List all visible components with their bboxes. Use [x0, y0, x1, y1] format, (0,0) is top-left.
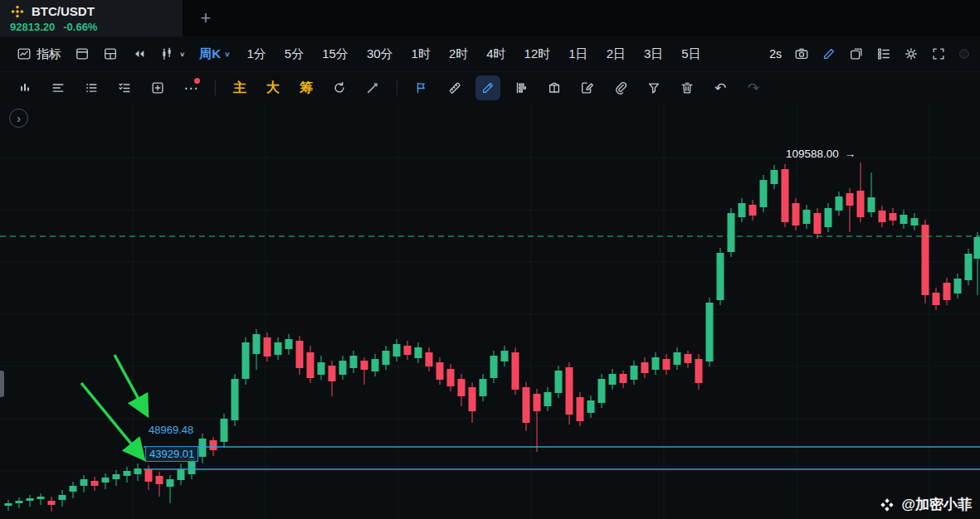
undo-icon[interactable]: ↶	[704, 75, 737, 100]
watermark: @加密小菲	[880, 495, 972, 514]
undo-glyph: ↶	[714, 81, 726, 95]
object-tree-icon[interactable]	[876, 46, 891, 61]
drawing-toolbar: ⋯ 主 大 筹	[0, 72, 980, 104]
volume-profile-icon[interactable]	[505, 75, 538, 100]
support-level-1-label[interactable]: 48969.48	[149, 424, 193, 436]
main-toolbar: 指标 ∨	[0, 36, 980, 72]
redo-glyph: ↷	[748, 81, 759, 95]
object-tree-glyph	[876, 46, 891, 61]
camera-icon[interactable]	[794, 46, 809, 61]
rewind-glyph	[131, 46, 146, 61]
checklist-icon[interactable]	[108, 75, 141, 100]
trend-cursor-glyph	[365, 80, 380, 95]
timeframe-5d[interactable]: 5日	[672, 46, 709, 62]
interval-selector[interactable]: 周K ∨	[192, 46, 237, 62]
add-panel-icon[interactable]	[141, 75, 174, 100]
refresh-glyph	[332, 80, 347, 95]
list-glyph	[84, 80, 99, 95]
timeframe-4h[interactable]: 4时	[477, 46, 514, 62]
timeframe-5min[interactable]: 5分	[275, 46, 313, 62]
ruler-icon[interactable]	[438, 75, 471, 100]
ruler-glyph	[447, 80, 462, 95]
trading-app: BTC/USDT 92813.20 -0.66% + 指标	[0, 0, 980, 104]
symbol-change: -0.66%	[63, 21, 97, 33]
large-view-tool-label: 大	[266, 80, 280, 97]
fullscreen-icon[interactable]	[931, 46, 946, 61]
timeframe-1h[interactable]: 1时	[402, 46, 440, 62]
timeframe-1d[interactable]: 1日	[559, 46, 597, 62]
candle-style-caret: ∨	[179, 51, 185, 58]
note-icon[interactable]	[571, 75, 604, 100]
settings-gear-icon[interactable]	[904, 46, 919, 61]
tab-bar: BTC/USDT 92813.20 -0.66% +	[0, 0, 980, 36]
bars-pattern-icon[interactable]	[8, 75, 41, 100]
expand-panel-chevron[interactable]: ›	[9, 109, 28, 128]
indicators-label: 指标	[37, 46, 61, 62]
fullscreen-glyph	[931, 46, 946, 61]
toolbar-divider	[215, 80, 216, 95]
flag-icon[interactable]	[405, 75, 438, 100]
timeframe-15min[interactable]: 15分	[313, 46, 358, 62]
volume-profile-glyph	[514, 80, 529, 95]
timeframe-1min[interactable]: 1分	[238, 46, 275, 62]
large-view-tool[interactable]: 大	[256, 75, 290, 100]
popout-icon[interactable]	[849, 46, 864, 61]
template-glyph	[75, 46, 90, 61]
template-icon[interactable]	[68, 41, 96, 66]
funnel-icon[interactable]	[637, 75, 670, 100]
box-icon[interactable]	[538, 75, 571, 100]
trash-glyph	[680, 80, 695, 95]
candle-style-icon[interactable]: ∨	[153, 41, 192, 66]
main-chart-tool[interactable]: 主	[223, 75, 256, 100]
notification-dot	[194, 78, 200, 84]
brush-glyph	[480, 80, 495, 95]
note-glyph	[580, 80, 595, 95]
indicators-button[interactable]: 指标	[10, 41, 68, 66]
draw-pencil-glyph	[822, 46, 836, 61]
active-tool-highlight	[475, 75, 500, 100]
timeframe-30min[interactable]: 30分	[358, 46, 402, 62]
main-toolbar-left: 指标 ∨	[10, 41, 769, 66]
funnel-glyph	[646, 80, 661, 95]
timeframe-12h[interactable]: 12时	[515, 46, 560, 62]
trash-icon[interactable]	[670, 75, 704, 100]
camera-glyph	[794, 46, 809, 61]
align-lines-glyph	[51, 80, 66, 95]
timeframe-2h[interactable]: 2时	[440, 46, 477, 62]
new-tab-button[interactable]: +	[183, 0, 229, 36]
watermark-text: @加密小菲	[901, 495, 972, 514]
left-scrollbar-handle[interactable]	[0, 371, 4, 397]
refresh-icon[interactable]	[323, 75, 356, 100]
align-lines-icon[interactable]	[41, 75, 75, 100]
draw-pencil-icon[interactable]	[822, 46, 836, 61]
symbol-price: 92813.20	[10, 21, 55, 33]
chart-area[interactable]: › 109588.00 → 48969.48 43929.01 @加密小菲	[0, 104, 980, 519]
indicators-icon	[17, 46, 32, 61]
brush-icon[interactable]	[471, 75, 505, 100]
popout-glyph	[849, 46, 864, 61]
bars-pattern-glyph	[17, 80, 32, 95]
add-panel-glyph	[150, 80, 165, 95]
chips-tool-label: 筹	[300, 80, 313, 97]
support-level-2-label[interactable]: 43929.01	[145, 446, 198, 462]
profile-circle-icon[interactable]	[958, 41, 970, 66]
more-icon[interactable]: ⋯	[174, 75, 207, 100]
main-toolbar-right: 2s	[769, 41, 970, 66]
list-icon[interactable]	[75, 75, 108, 100]
paperclip-icon[interactable]	[604, 75, 637, 100]
redo-icon[interactable]: ↷	[737, 75, 770, 100]
chips-tool[interactable]: 筹	[290, 75, 323, 100]
rewind-icon[interactable]	[124, 41, 153, 66]
layout-icon[interactable]	[96, 41, 124, 66]
symbol-tab[interactable]: BTC/USDT 92813.20 -0.66%	[0, 0, 183, 36]
main-chart-tool-label: 主	[233, 80, 246, 97]
profile-circle-glyph	[958, 43, 970, 65]
replay-speed-button[interactable]: 2s	[769, 47, 782, 61]
paperclip-glyph	[613, 80, 628, 95]
timeframe-2d[interactable]: 2日	[597, 46, 635, 62]
symbol-pair: BTC/USDT	[32, 4, 95, 18]
interval-selected-label: 周K	[199, 46, 221, 62]
timeframe-3d[interactable]: 3日	[635, 46, 672, 62]
interval-caret: ∨	[224, 51, 230, 58]
trend-cursor-icon[interactable]	[356, 75, 389, 100]
